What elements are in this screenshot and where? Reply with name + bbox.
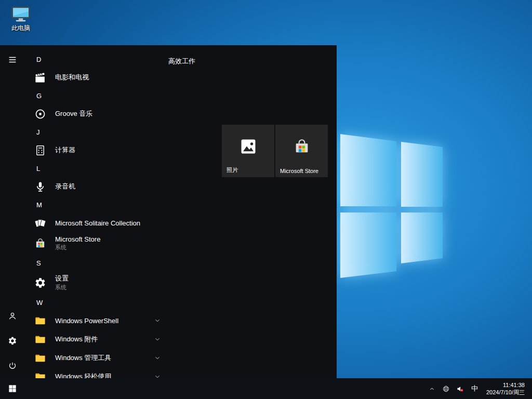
store-icon [32,237,48,249]
clock-time: 11:41:38 [486,381,525,389]
taskbar-clock[interactable]: 11:41:38 2024/7/10/周三 [482,381,532,396]
app-list-item[interactable]: Windows 附件 [25,330,166,349]
section-letter-label: D [36,56,41,63]
tile-label: Microsoft Store [280,168,318,174]
app-label: Microsoft Solitaire Collection [55,219,140,227]
store-icon [293,138,311,155]
app-text: 录音机 [55,182,75,191]
app-text: Microsoft Solitaire Collection [55,219,140,227]
app-text: 电影和电视 [55,73,89,82]
app-text: Windows 轻松使用 [55,372,111,378]
app-list-section-j[interactable]: J [25,123,166,141]
app-text: Groove 音乐 [55,109,92,118]
tile[interactable]: Microsoft Store [275,125,328,177]
app-list-item[interactable]: 设置系统 [25,272,166,294]
voice-recorder-icon [32,181,48,193]
app-list-item[interactable]: Microsoft Solitaire Collection [25,214,166,232]
solitaire-icon [32,217,48,229]
desktop-icon-this-pc[interactable]: 此电脑 [6,5,36,33]
desktop-icon-label: 此电脑 [11,24,30,33]
settings-button[interactable] [0,328,25,353]
ime-indicator[interactable]: 中 [467,384,482,393]
app-label: 电影和电视 [55,73,89,82]
chevron-down-icon [154,354,161,362]
power-button[interactable] [0,353,25,378]
volume-muted-icon[interactable] [453,378,467,399]
app-label: Microsoft Store [55,235,100,243]
user-account-button[interactable] [0,303,25,328]
app-list-item[interactable]: Microsoft Store系统 [25,232,166,254]
app-label: 设置 [55,274,69,283]
section-letter-label: L [36,165,40,172]
app-list-section-m[interactable]: M [25,196,166,214]
movies-tv-icon [32,72,48,84]
calculator-icon [32,144,48,156]
folder-icon [32,352,48,364]
tile-group-header[interactable]: 高效工作 [168,57,195,66]
expand-menu-button[interactable] [0,47,25,72]
app-list: D电影和电视GGroove 音乐J计算器L录音机MMicrosoft Solit… [25,45,166,378]
app-label: Windows 管理工具 [55,353,111,363]
section-letter-label: S [36,259,41,267]
app-label: Windows 附件 [55,335,98,344]
computer-icon [10,5,31,23]
app-text: Microsoft Store系统 [55,235,100,251]
section-letter-label: M [36,201,42,209]
app-label: 录音机 [55,182,75,191]
app-list-section-g[interactable]: G [25,87,166,104]
folder-icon [32,315,48,327]
network-icon[interactable] [439,378,453,399]
tile[interactable]: 照片 [222,125,274,177]
app-list-item[interactable]: 电影和电视 [25,68,166,87]
tray-overflow-button[interactable] [425,378,439,399]
folder-icon [32,371,48,379]
desktop: 此电脑 D电影和电视GGroove 音乐J计算器L录音机MMicrosoft S… [0,0,532,399]
app-list-item[interactable]: 录音机 [25,177,166,196]
app-label: Windows 轻松使用 [55,372,111,378]
photos-icon [240,138,257,155]
app-list-section-l[interactable]: L [25,159,166,177]
chevron-down-icon [154,373,161,378]
start-menu-rail [0,45,25,378]
app-text: Windows 管理工具 [55,353,111,363]
chevron-down-icon [154,336,161,343]
clock-date: 2024/7/10/周三 [486,389,525,396]
app-list-section-d[interactable]: D [25,50,166,68]
start-menu: D电影和电视GGroove 音乐J计算器L录音机MMicrosoft Solit… [0,45,337,378]
app-sublabel: 系统 [55,284,69,291]
chevron-down-icon [154,317,161,324]
app-text: 计算器 [55,145,75,155]
taskbar: 中 11:41:38 2024/7/10/周三 [0,378,532,399]
groove-music-icon [32,108,48,120]
app-list-item[interactable]: Windows PowerShell [25,311,166,330]
app-label: Groove 音乐 [55,109,92,118]
section-letter-label: G [36,92,42,100]
app-label: 计算器 [55,145,75,155]
tile-label: 照片 [227,166,238,174]
windows-wallpaper-logo [317,112,473,288]
section-letter-label: W [36,299,43,307]
app-list-section-s[interactable]: S [25,254,166,272]
settings-icon [32,277,48,289]
app-list-section-w[interactable]: W [25,294,166,311]
app-text: Windows PowerShell [55,317,118,325]
app-list-item[interactable]: Groove 音乐 [25,104,166,123]
tiles-area: 高效工作 照片Microsoft Store [166,45,337,378]
folder-icon [32,334,48,345]
section-letter-label: J [36,128,40,136]
app-text: 设置系统 [55,274,69,291]
app-list-item[interactable]: Windows 轻松使用 [25,367,166,378]
system-tray: 中 11:41:38 2024/7/10/周三 [425,378,532,399]
app-list-item[interactable]: 计算器 [25,141,166,159]
app-list-item[interactable]: Windows 管理工具 [25,349,166,367]
app-label: Windows PowerShell [55,317,118,325]
app-sublabel: 系统 [55,244,100,251]
app-text: Windows 附件 [55,335,98,344]
start-button[interactable] [0,378,25,399]
tile-grid: 照片Microsoft Store [222,125,328,177]
